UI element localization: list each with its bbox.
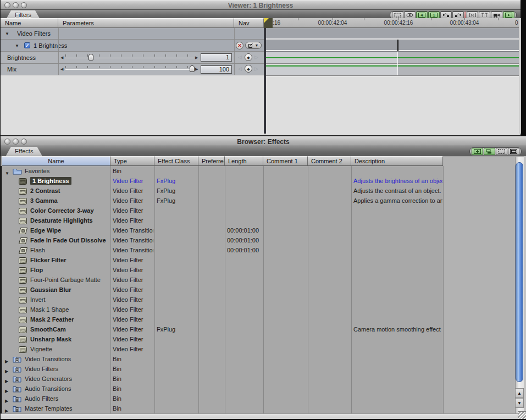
effect-name[interactable]: Audio Filters (25, 395, 58, 402)
list-item[interactable]: Gaussian BlurVideo Filter (1, 285, 515, 295)
mix-keyframe-line[interactable] (266, 65, 519, 67)
effect-name[interactable]: Invert (30, 296, 46, 303)
disclosure-right-icon[interactable]: ▶ (5, 406, 8, 413)
add-keyframe-button[interactable]: ◆ (245, 53, 252, 61)
disclosure-down-icon[interactable]: ▼ (5, 31, 9, 36)
col-type[interactable]: Type (110, 156, 154, 166)
slider-left-arrow[interactable]: ◀ (60, 56, 63, 60)
list-item[interactable]: ▼FavoritesBin (1, 166, 515, 176)
effect-name[interactable]: 1 Brightness (30, 177, 71, 185)
list-item[interactable]: Fade In Fade Out DissolveVideo Transitio… (1, 235, 515, 245)
list-item[interactable]: Desaturate HighlightsVideo Filter (1, 215, 515, 225)
effect-name[interactable]: Four-Point Garbage Matte (30, 277, 101, 283)
scroll-up-button[interactable]: ▲ (515, 388, 524, 398)
list-view-icon[interactable] (496, 148, 507, 155)
next-keyframe-button[interactable]: ▷ (254, 66, 258, 71)
effect-name[interactable]: Fade In Fade Out Dissolve (30, 237, 106, 244)
remove-filter-button[interactable]: ✕ (236, 42, 243, 49)
browser-titlebar[interactable]: Browser: Effects (1, 136, 526, 146)
frame-icon[interactable] (508, 148, 519, 155)
effect-name[interactable]: Edge Wipe (30, 227, 61, 234)
prev-keyframe-button[interactable]: ◁ (238, 54, 242, 60)
effect-name[interactable]: Master Templates (25, 405, 73, 412)
list-item[interactable]: ▶Audio TransitionsBin (1, 384, 515, 394)
viewer-col-parameters[interactable]: Parameters (58, 18, 234, 28)
col-comment-2[interactable]: Comment 2 (308, 156, 351, 166)
list-item[interactable]: 3 GammaVideo FilterFxPlugApplies a gamma… (1, 196, 515, 206)
viewer-titlebar[interactable]: Viewer: 1 Brightness (1, 0, 521, 10)
scroll-down-button[interactable]: ▼ (515, 398, 524, 408)
viewer-col-name[interactable]: Name (1, 18, 58, 28)
col-comment-1[interactable]: Comment 1 (263, 156, 308, 166)
brightness-slider[interactable] (65, 58, 194, 58)
disclosure-down-icon[interactable]: ▼ (15, 43, 19, 48)
mix-slider-thumb[interactable] (190, 65, 195, 72)
list-item[interactable]: ▶Video FiltersBin (1, 364, 515, 374)
effect-name[interactable]: Video Generators (25, 375, 72, 382)
col-name[interactable]: Name (2, 156, 110, 166)
row-video-filters[interactable]: ▼ Video Filters (1, 28, 264, 40)
keyframe-row-filter[interactable] (266, 40, 519, 51)
col-description[interactable]: Description (351, 156, 443, 166)
effect-name[interactable]: Mask 2 Feather (30, 316, 74, 323)
brightness-keyframe-line[interactable] (266, 57, 519, 58)
keyframe-row-group[interactable] (266, 28, 519, 39)
viewer-col-nav[interactable]: Nav (234, 18, 264, 28)
list-item[interactable]: ▶Master TemplatesBin (1, 404, 515, 413)
list-item[interactable]: FlopVideo Filter (1, 265, 515, 275)
list-item[interactable]: VignetteVideo Filter (1, 344, 515, 354)
plus-frame-icon[interactable] (472, 148, 483, 155)
next-keyframe-button[interactable]: ▷ (254, 54, 258, 60)
list-item[interactable]: Unsharp MaskVideo Filter (1, 334, 515, 344)
effect-name[interactable]: Unsharp Mask (30, 336, 71, 342)
list-item[interactable]: ▶Video GeneratorsBin (1, 374, 515, 384)
tab-effects[interactable]: Effects (6, 147, 42, 156)
list-item[interactable]: Color Corrector 3-wayVideo Filter (1, 206, 515, 215)
col-preferred[interactable]: Preferred (198, 156, 225, 166)
mix-slider[interactable] (65, 69, 194, 70)
effect-name[interactable]: SmoothCam (30, 326, 66, 333)
list-item[interactable]: ▶Audio FiltersBin (1, 394, 515, 404)
effect-name[interactable]: Flash (30, 247, 45, 253)
list-item[interactable]: InvertVideo Filter (1, 295, 515, 305)
list-item[interactable]: Flicker FilterVideo Filter (1, 255, 515, 265)
effect-name[interactable]: Color Corrector 3-way (30, 207, 94, 214)
add-keyframe-button[interactable]: ◆ (245, 65, 252, 73)
brightness-slider-thumb[interactable] (88, 54, 93, 60)
keyframe-ruler[interactable]: 41:1600:00:42:0400:00:42:1600:00:43:040 (264, 18, 519, 28)
effect-name[interactable]: Desaturate Highlights (30, 217, 93, 224)
mix-value-field[interactable]: 100 (201, 65, 232, 74)
scrollbar-thumb[interactable] (516, 162, 523, 382)
list-item[interactable]: 2 ContrastVideo FilterFxPlugAdjusts the … (1, 186, 515, 196)
playhead[interactable] (264, 18, 273, 28)
effect-name[interactable]: Vignette (30, 346, 52, 352)
effect-name[interactable]: Video Transitions (25, 356, 71, 362)
row-filter-brightness[interactable]: ▼ ✓ 1 Brightness ✕ ▼ (1, 40, 264, 52)
col-length[interactable]: Length (225, 156, 263, 166)
effect-name[interactable]: 3 Gamma (30, 197, 58, 204)
list-item[interactable]: 1 BrightnessVideo FilterFxPlugAdjusts th… (1, 176, 515, 186)
slider-left-arrow[interactable]: ◀ (60, 67, 63, 71)
list-item[interactable]: Mask 1 ShapeVideo Filter (1, 305, 515, 314)
list-item[interactable]: Four-Point Garbage MatteVideo Filter (1, 275, 515, 285)
assign-keyframe-menu-button[interactable]: ▼ (245, 42, 262, 49)
filter-enable-checkbox[interactable]: ✓ (24, 42, 30, 48)
effect-name[interactable]: Mask 1 Shape (30, 306, 69, 313)
list-item[interactable]: Mask 2 FeatherVideo Filter (1, 314, 515, 324)
list-item[interactable]: Edge WipeVideo Transition00:00:01:00 (1, 225, 515, 235)
clips-icon[interactable] (484, 148, 495, 155)
effect-name[interactable]: Audio Transitions (25, 385, 71, 392)
effect-name[interactable]: 2 Contrast (30, 187, 60, 194)
effect-name[interactable]: Video Filters (25, 366, 58, 372)
prev-keyframe-button[interactable]: ◁ (238, 66, 242, 71)
row-param-brightness[interactable]: Brightness ◀ ▶ 1 ◁ ◆ ▷ (1, 52, 264, 64)
slider-right-arrow[interactable]: ▶ (195, 56, 198, 60)
list-item[interactable]: SmoothCamVideo FilterFxPlugCamera motion… (1, 324, 515, 334)
effect-name[interactable]: Gaussian Blur (30, 286, 71, 293)
list-item[interactable]: FlashVideo Transition00:00:01:00 (1, 245, 515, 255)
effect-name[interactable]: Favorites (25, 168, 49, 174)
list-item[interactable]: ▶Video TransitionsBin (1, 354, 515, 364)
effect-name[interactable]: Flicker Filter (30, 257, 66, 263)
slider-right-arrow[interactable]: ▶ (195, 67, 198, 71)
brightness-value-field[interactable]: 1 (201, 53, 232, 62)
